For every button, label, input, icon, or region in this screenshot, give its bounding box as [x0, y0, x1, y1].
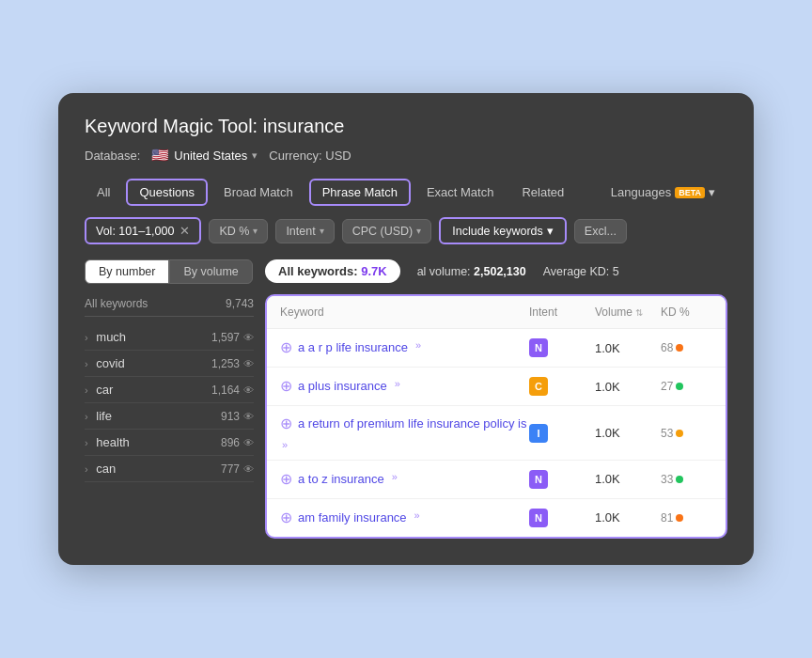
chevron-down-icon: ▾	[547, 224, 554, 238]
keyword-expand-icon[interactable]: »	[282, 439, 288, 450]
keyword-cell: ⊕ a return of premium life insurance pol…	[280, 415, 529, 449]
chevron-down-icon: ▾	[416, 226, 421, 236]
kd-cell: 27	[661, 380, 712, 393]
add-keyword-button[interactable]: ⊕	[280, 416, 292, 431]
group-label: can	[96, 462, 116, 476]
add-keyword-button[interactable]: ⊕	[280, 510, 292, 525]
country-flag: 🇺🇸	[151, 147, 169, 164]
chevron-right-icon: ›	[85, 463, 88, 475]
keyword-text: a return of premium life insurance polic…	[298, 415, 527, 432]
summary-row: All keywords: 9.7K al volume: 2,502,130 …	[265, 259, 727, 283]
total-volume-label: al volume: 2,502,130	[417, 265, 526, 278]
kd-dot	[676, 514, 683, 522]
tab-broad-match[interactable]: Broad Match	[211, 180, 305, 205]
th-kd: KD %	[661, 306, 712, 319]
list-item[interactable]: › can 777 👁	[85, 456, 254, 482]
intent-filter-dropdown[interactable]: Intent ▾	[275, 219, 334, 243]
keyword-expand-icon[interactable]: »	[415, 339, 421, 351]
avg-kd-label: Average KD: 5	[543, 265, 619, 278]
tab-questions[interactable]: Questions	[126, 179, 208, 206]
total-volume-value: 2,502,130	[474, 265, 526, 278]
exclude-filter-dropdown[interactable]: Excl...	[574, 219, 627, 243]
add-keyword-button[interactable]: ⊕	[280, 472, 292, 487]
volume-cell: 1.0K	[595, 510, 661, 525]
include-keywords-label: Include keywords	[452, 225, 543, 238]
clear-vol-filter-button[interactable]: ✕	[180, 224, 190, 238]
languages-label: Languages	[611, 185, 671, 199]
country-selector[interactable]: 🇺🇸 United States ▾	[151, 147, 258, 164]
tab-phrase-match[interactable]: Phrase Match	[309, 179, 411, 206]
tab-related[interactable]: Related	[509, 180, 576, 205]
tool-name: Keyword Magic Tool:	[85, 116, 258, 136]
group-count: 913 👁	[221, 410, 254, 423]
eye-icon: 👁	[243, 358, 254, 369]
volume-cell: 1.0K	[595, 341, 661, 355]
tab-exact-match[interactable]: Exact Match	[414, 180, 507, 205]
add-keyword-button[interactable]: ⊕	[280, 379, 292, 394]
th-volume[interactable]: Volume ⇅	[595, 306, 661, 319]
volume-cell: 1.0K	[595, 472, 661, 486]
cpc-label: CPC (USD)	[352, 225, 414, 238]
chevron-right-icon: ›	[85, 358, 88, 369]
keyword-text: am family insurance	[298, 509, 407, 526]
eye-icon: 👁	[243, 463, 254, 475]
eye-icon: 👁	[243, 411, 254, 422]
intent-label: Intent	[286, 225, 315, 238]
add-keyword-button[interactable]: ⊕	[280, 340, 292, 355]
keyword-expand-icon[interactable]: »	[392, 471, 398, 482]
chevron-down-icon: ▾	[320, 226, 324, 236]
kd-filter-dropdown[interactable]: KD % ▾	[209, 219, 268, 243]
all-keywords-badge: All keywords: 9.7K	[265, 259, 400, 283]
keyword-cell: ⊕ a plus insurance »	[280, 378, 529, 395]
currency-label: Currency: USD	[269, 149, 351, 163]
group-count: 1,597 👁	[211, 331, 254, 344]
th-intent: Intent	[529, 306, 595, 319]
intent-badge: N	[529, 509, 548, 527]
list-item[interactable]: › much 1,597 👁	[85, 324, 254, 351]
keywords-table: Keyword Intent Volume ⇅ KD % ⊕ a a r p l…	[265, 294, 727, 538]
keyword-magic-tool-card: Keyword Magic Tool: insurance Database: …	[58, 93, 754, 564]
keywords-count: 9,743	[226, 297, 254, 310]
kd-cell: 33	[661, 473, 712, 486]
include-keywords-button[interactable]: Include keywords ▾	[439, 217, 567, 244]
by-volume-button[interactable]: By volume	[169, 259, 252, 284]
list-item[interactable]: › covid 1,253 👁	[85, 351, 254, 377]
group-count: 1,253 👁	[211, 357, 254, 370]
list-item[interactable]: › life 913 👁	[85, 403, 254, 430]
keyword-expand-icon[interactable]: »	[395, 378, 400, 389]
tab-all[interactable]: All	[85, 180, 122, 205]
sort-icon: ⇅	[635, 307, 643, 318]
database-row: Database: 🇺🇸 United States ▾ Currency: U…	[85, 147, 727, 164]
database-label: Database:	[85, 149, 140, 163]
cpc-filter-dropdown[interactable]: CPC (USD) ▾	[342, 219, 432, 243]
vol-filter-chip[interactable]: Vol: 101–1,000 ✕	[85, 217, 201, 244]
table-row: ⊕ a to z insurance » N 1.0K 33	[267, 461, 726, 499]
beta-badge: beta	[675, 187, 705, 198]
badge-count: 9.7K	[361, 264, 386, 278]
content-area: By number By volume All keywords 9,743 ›…	[85, 259, 727, 538]
by-number-button[interactable]: By number	[85, 259, 169, 284]
intent-badge: I	[529, 424, 548, 443]
chevron-down-icon: ▾	[253, 226, 258, 236]
chevron-right-icon: ›	[85, 384, 88, 396]
chevron-right-icon: ›	[85, 437, 88, 448]
list-item[interactable]: › car 1,164 👁	[85, 377, 254, 403]
page-title: Keyword Magic Tool: insurance	[85, 116, 727, 137]
keyword-text: a plus insurance	[298, 378, 387, 395]
filter-row: Vol: 101–1,000 ✕ KD % ▾ Intent ▾ CPC (US…	[85, 217, 727, 244]
kd-cell: 53	[661, 427, 712, 440]
group-label: health	[96, 435, 129, 449]
keyword-expand-icon[interactable]: »	[414, 509, 420, 521]
view-toggle: By number By volume	[85, 259, 254, 284]
table-row: ⊕ a plus insurance » C 1.0K 27	[267, 368, 726, 406]
left-header: All keywords 9,743	[85, 297, 254, 317]
list-item[interactable]: › health 896 👁	[85, 430, 254, 456]
left-panel: By number By volume All keywords 9,743 ›…	[85, 259, 254, 538]
group-label: much	[96, 330, 126, 344]
keyword-cell: ⊕ a a r p life insurance »	[280, 339, 529, 356]
kd-cell: 81	[661, 511, 712, 525]
volume-cell: 1.0K	[595, 426, 661, 440]
volume-cell: 1.0K	[595, 380, 661, 394]
tab-languages[interactable]: Languages beta ▾	[599, 180, 727, 205]
group-count: 777 👁	[221, 462, 254, 476]
